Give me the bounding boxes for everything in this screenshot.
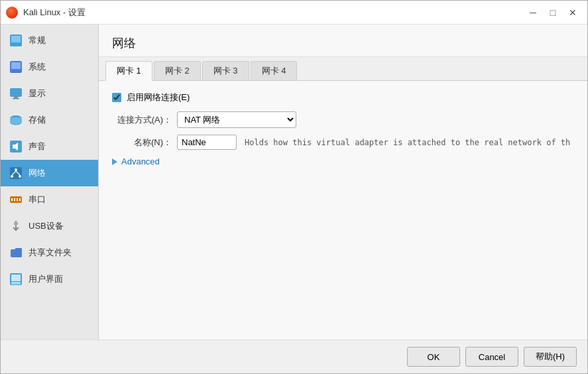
name-input[interactable] [177,135,237,150]
cancel-button[interactable]: Cancel [465,347,518,367]
usb-icon [9,219,23,233]
sidebar-item-storage[interactable]: 存储 [1,107,98,133]
audio-icon [9,139,23,154]
connection-label: 连接方式(A)： [112,114,172,126]
svg-rect-21 [14,222,18,225]
sidebar-label-general: 常规 [29,34,46,46]
body: 常规 系统 显示 存储 [1,25,587,340]
sidebar-item-shared[interactable]: 共享文件夹 [1,239,98,266]
svg-point-11 [15,168,17,171]
title-bar: Kali Linux - 设置 ─ □ ✕ [1,1,587,25]
footer: OK Cancel 帮助(H) [1,340,587,373]
minimize-button[interactable]: ─ [524,5,542,20]
close-button[interactable]: ✕ [563,5,582,20]
enable-network-checkbox[interactable] [112,93,121,102]
sidebar-label-network: 网络 [29,167,46,179]
tab-nic2[interactable]: 网卡 2 [154,61,201,80]
svg-rect-18 [14,198,15,201]
tab-nic1[interactable]: 网卡 1 [105,61,152,81]
tab-content-nic1: 启用网络连接(E) 连接方式(A)： NAT 网络 NAT 桥接网卡 内部网络 … [99,81,587,340]
sidebar-label-serial: 串口 [29,194,46,206]
sidebar-label-shared: 共享文件夹 [29,247,72,259]
sidebar-item-audio[interactable]: 声音 [1,133,98,160]
sidebar: 常规 系统 显示 存储 [1,25,99,340]
shared-icon [9,245,23,260]
sidebar-item-usb[interactable]: USB设备 [1,213,98,239]
display-icon [9,86,23,101]
tab-bar: 网卡 1 网卡 2 网卡 3 网卡 4 [99,57,587,81]
page-title: 网络 [99,25,587,57]
name-row: 名称(N)： Holds how this virtual adapter is… [112,135,574,150]
tooltip-text: Holds how this virtual adapter is attach… [245,138,570,147]
svg-rect-5 [14,97,18,98]
general-icon [9,33,23,48]
svg-rect-3 [11,62,21,69]
svg-rect-17 [11,198,13,201]
system-icon [9,60,23,74]
tab-nic4[interactable]: 网卡 4 [251,61,298,80]
svg-rect-4 [10,88,22,97]
sidebar-item-general[interactable]: 常规 [1,27,98,54]
connection-select[interactable]: NAT 网络 NAT 桥接网卡 内部网络 仅主机(Host-Only)网络 通用… [177,111,296,128]
chevron-right-icon [112,158,117,165]
ok-button[interactable]: OK [407,347,460,367]
sidebar-label-storage: 存储 [29,114,46,126]
sidebar-label-audio: 声音 [29,141,46,153]
svg-rect-6 [13,98,19,99]
name-label: 名称(N)： [112,137,172,149]
maximize-button[interactable]: □ [544,5,562,20]
sidebar-item-network[interactable]: 网络 [1,160,98,186]
network-icon [9,166,23,180]
advanced-toggle[interactable]: Advanced [112,156,574,166]
sidebar-label-system: 系统 [29,61,46,73]
enable-network-label[interactable]: 启用网络连接(E) [127,92,190,103]
svg-rect-1 [11,36,21,42]
svg-rect-24 [11,282,21,284]
main-content: 网络 网卡 1 网卡 2 网卡 3 网卡 4 启用网络连接(E) 连接方式(A)… [99,25,587,340]
sidebar-label-ui: 用户界面 [29,273,63,285]
app-icon [6,7,18,19]
sidebar-item-ui[interactable]: 用户界面 [1,266,98,292]
window-title: Kali Linux - 设置 [23,7,518,19]
sidebar-label-display: 显示 [29,88,46,99]
sidebar-item-serial[interactable]: 串口 [1,186,98,213]
svg-point-12 [11,175,13,178]
ui-icon [9,272,23,286]
connection-type-row: 连接方式(A)： NAT 网络 NAT 桥接网卡 内部网络 仅主机(Host-O… [112,111,574,128]
tab-nic3[interactable]: 网卡 3 [202,61,249,80]
sidebar-item-display[interactable]: 显示 [1,80,98,107]
window-controls: ─ □ ✕ [524,5,582,20]
serial-icon [9,192,23,207]
svg-rect-20 [19,198,21,201]
sidebar-item-system[interactable]: 系统 [1,54,98,80]
help-button[interactable]: 帮助(H) [524,347,577,367]
main-window: Kali Linux - 设置 ─ □ ✕ 常规 系统 [0,0,588,374]
advanced-label: Advanced [121,156,160,166]
storage-icon [9,113,23,127]
svg-point-13 [19,175,21,178]
svg-rect-19 [17,198,18,201]
enable-network-row: 启用网络连接(E) [112,92,574,103]
sidebar-label-usb: USB设备 [29,220,64,232]
svg-rect-23 [11,275,21,281]
